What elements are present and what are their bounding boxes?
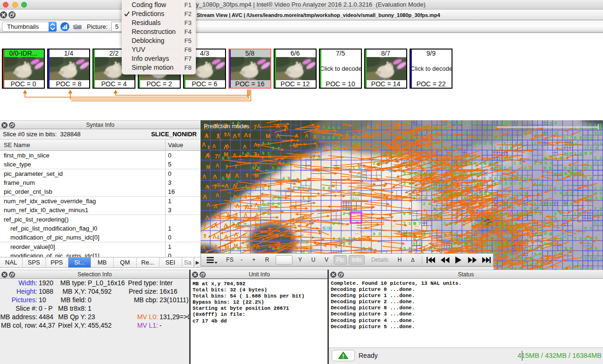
svg-text:M: M — [266, 133, 270, 140]
svg-text:Skip: Skip — [257, 206, 267, 211]
svg-text:Λ: Λ — [214, 203, 218, 210]
svg-text:8 7: 8 7 — [594, 221, 602, 226]
svg-text:7: 7 — [235, 182, 238, 188]
svg-text:8 7: 8 7 — [554, 186, 562, 191]
svg-text:Λ: Λ — [203, 193, 207, 200]
svg-text:8 6: 8 6 — [574, 171, 582, 176]
svg-text:9 2: 9 2 — [352, 135, 360, 141]
svg-text:Λ: Λ — [235, 173, 239, 179]
svg-text:2 9 1: 2 9 1 — [594, 206, 603, 211]
svg-text:3 5 8 0: 3 5 8 0 — [524, 246, 543, 251]
svg-text:5 3 9 5: 5 3 9 5 — [483, 176, 502, 181]
svg-text:Λ: Λ — [233, 152, 236, 159]
svg-text:5 0: 5 0 — [332, 146, 340, 151]
svg-text:7 9: 7 9 — [232, 221, 240, 226]
svg-text:9 2: 9 2 — [473, 171, 481, 176]
svg-text:7 3: 7 3 — [554, 251, 562, 256]
svg-text:0 7: 0 7 — [413, 221, 421, 226]
svg-text:Λ: Λ — [305, 133, 309, 139]
svg-text:2 1 3: 2 1 3 — [443, 221, 457, 226]
svg-text:6 7: 6 7 — [332, 221, 340, 226]
svg-text:⇑: ⇑ — [237, 132, 241, 138]
svg-text:4 4 3: 4 4 3 — [594, 141, 603, 146]
svg-text:1 9: 1 9 — [503, 165, 511, 171]
svg-text:Λ: Λ — [216, 163, 219, 168]
svg-text:5 0: 5 0 — [584, 151, 592, 156]
svg-text:2 4: 2 4 — [584, 176, 592, 181]
svg-text:Λ: Λ — [207, 152, 210, 157]
svg-text:0 4 9: 0 4 9 — [524, 206, 537, 211]
svg-text:7 8: 7 8 — [423, 246, 431, 251]
svg-text:4 0: 4 0 — [443, 165, 451, 171]
svg-text:5 2: 5 2 — [413, 241, 421, 247]
svg-text:8 0: 8 0 — [332, 135, 340, 141]
svg-text:Λ: Λ — [205, 134, 208, 139]
svg-text:3 9 5 8: 3 9 5 8 — [584, 196, 603, 201]
svg-text:1 7: 1 7 — [534, 141, 542, 146]
svg-text:3 4: 3 4 — [403, 181, 411, 186]
svg-text:1 5: 1 5 — [352, 165, 360, 171]
svg-text:1 6: 1 6 — [433, 196, 441, 201]
svg-text:9 1 7 3: 9 1 7 3 — [483, 216, 502, 221]
svg-text:1 9 4: 1 9 4 — [544, 216, 557, 221]
svg-text:0 2: 0 2 — [584, 135, 592, 141]
svg-text:4 1: 4 1 — [423, 232, 431, 237]
svg-text:M: M — [206, 165, 210, 170]
svg-text:7 1: 7 1 — [352, 236, 360, 241]
svg-text:Λ: Λ — [224, 233, 228, 240]
svg-text:Λ: Λ — [375, 124, 379, 130]
svg-text:0 3: 0 3 — [352, 141, 360, 146]
svg-text:Λ: Λ — [243, 144, 247, 149]
svg-text:8 0: 8 0 — [594, 131, 602, 136]
svg-text:8 1: 8 1 — [262, 141, 270, 146]
svg-text:8 1: 8 1 — [423, 146, 431, 151]
svg-text:1 8: 1 8 — [302, 196, 310, 201]
svg-text:2 3: 2 3 — [312, 156, 320, 161]
svg-text:7 1: 7 1 — [544, 186, 552, 191]
svg-text:0 9: 0 9 — [503, 156, 511, 161]
svg-text:Λ: Λ — [324, 144, 327, 150]
svg-text:5 3: 5 3 — [433, 131, 441, 136]
svg-text:7 5: 7 5 — [513, 181, 521, 186]
svg-text:4 0: 4 0 — [463, 161, 471, 166]
svg-text:2 4: 2 4 — [513, 161, 521, 166]
svg-text:2 6: 2 6 — [272, 201, 280, 207]
svg-text:1 5: 1 5 — [242, 151, 250, 156]
svg-text:3 8: 3 8 — [564, 246, 572, 251]
svg-text:Λ: Λ — [366, 124, 370, 129]
svg-text:9 4 8 8: 9 4 8 8 — [473, 141, 492, 146]
svg-text:Λ: Λ — [202, 174, 206, 180]
svg-text:4 0: 4 0 — [282, 176, 290, 181]
svg-text:4 5: 4 5 — [383, 151, 391, 156]
svg-text:6 5: 6 5 — [524, 211, 532, 216]
svg-text:Skip: Skip — [300, 240, 309, 245]
svg-text:3 8: 3 8 — [544, 201, 552, 207]
svg-text:Skip: Skip — [350, 196, 359, 201]
svg-text:4: 4 — [217, 235, 219, 240]
svg-text:5 9: 5 9 — [584, 256, 592, 261]
svg-text:6 4: 6 4 — [534, 201, 542, 207]
svg-text:Λ: Λ — [226, 203, 229, 209]
svg-text:Λ: Λ — [202, 141, 206, 148]
svg-text:9 6: 9 6 — [544, 241, 552, 247]
svg-text:6 1 2: 6 1 2 — [594, 256, 603, 261]
svg-text:1 9 9 9: 1 9 9 9 — [494, 226, 512, 231]
svg-text:2 3: 2 3 — [453, 191, 461, 196]
svg-text:7 9: 7 9 — [534, 211, 542, 216]
svg-text:2 4 5: 2 4 5 — [463, 121, 477, 126]
svg-text:3 6: 3 6 — [463, 236, 471, 241]
svg-text:7 4: 7 4 — [322, 125, 330, 131]
svg-text:6 2: 6 2 — [343, 236, 351, 241]
svg-text:9 5: 9 5 — [433, 246, 441, 251]
svg-text:8 1: 8 1 — [413, 236, 421, 241]
svg-text:Λ: Λ — [207, 202, 210, 207]
svg-text:5 3: 5 3 — [594, 156, 602, 161]
svg-text:⇑: ⇑ — [248, 133, 251, 138]
svg-text:7 8: 7 8 — [574, 236, 582, 241]
svg-text:1 8: 1 8 — [513, 226, 521, 231]
svg-text:3 0: 3 0 — [534, 266, 542, 270]
svg-text:Λ: Λ — [217, 134, 220, 140]
svg-text:7: 7 — [218, 154, 220, 159]
svg-text:0 5: 0 5 — [362, 246, 370, 251]
svg-text:7 0: 7 0 — [483, 191, 491, 196]
